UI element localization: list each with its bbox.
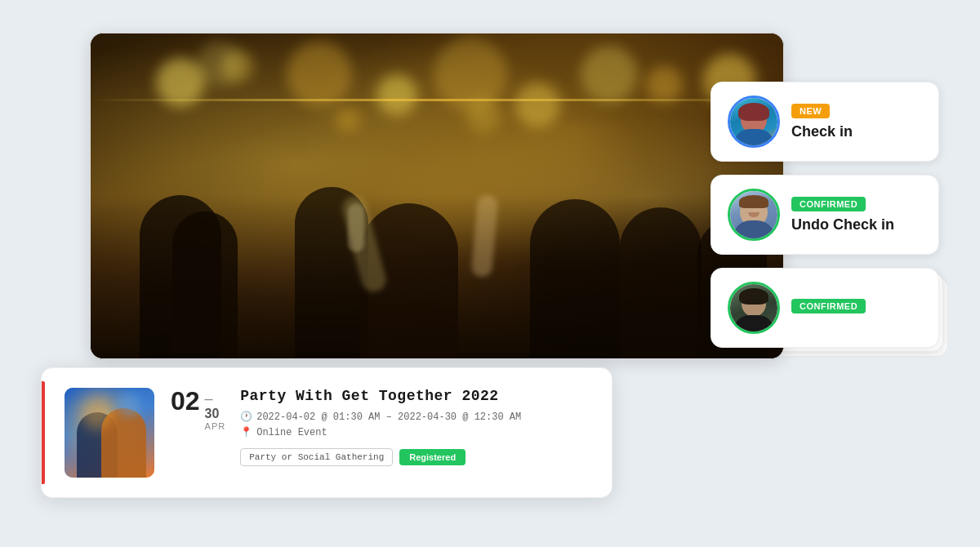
- avatar-1: [728, 96, 780, 148]
- category-tag: Party or Social Gathering: [240, 448, 393, 466]
- photo-background: [91, 33, 783, 358]
- avatar-3: [728, 282, 780, 334]
- clock-icon: 🕐: [240, 411, 252, 423]
- event-photo-card: [90, 33, 784, 359]
- avatar-container-2: [728, 189, 780, 241]
- badge-new: NEW: [791, 104, 830, 118]
- date-start: 02: [171, 388, 200, 414]
- badge-confirmed-1: CONFIRMED: [791, 197, 866, 211]
- event-info: Party With Get Together 2022 🕐 2022-04-0…: [240, 388, 589, 466]
- event-details-card: 02 – 30 APR Party With Get Together 2022…: [41, 367, 612, 498]
- event-title: Party With Get Together 2022: [240, 388, 589, 404]
- checkin-card-2[interactable]: CONFIRMED Undo Check in: [710, 175, 939, 255]
- event-thumbnail: [65, 388, 154, 478]
- date-separator: – 30 APR: [205, 388, 226, 431]
- checkin-panel: NEW Check in: [710, 82, 939, 348]
- date-end: 30: [205, 406, 220, 421]
- event-datetime: 🕐 2022-04-02 @ 01:30 AM – 2022-04-30 @ 1…: [240, 411, 589, 423]
- avatar-container-1: [728, 96, 780, 148]
- event-location: 📍 Online Event: [240, 426, 589, 438]
- location-icon: 📍: [240, 426, 252, 438]
- date-dash: –: [205, 391, 213, 406]
- checkin-info-2: CONFIRMED Undo Check in: [791, 196, 922, 233]
- registered-tag: Registered: [399, 449, 466, 465]
- checkin-card-1[interactable]: NEW Check in: [710, 82, 939, 162]
- checkin-card-3[interactable]: CONFIRMED: [710, 268, 939, 348]
- thumbnail-photo: [65, 388, 154, 478]
- checkin-info-3: CONFIRMED: [791, 298, 922, 318]
- main-container: 02 – 30 APR Party With Get Together 2022…: [41, 33, 939, 514]
- event-tags: Party or Social Gathering Registered: [240, 448, 589, 466]
- checkin-info-1: NEW Check in: [791, 103, 922, 140]
- checkin-action-2[interactable]: Undo Check in: [791, 216, 922, 233]
- date-month: APR: [205, 421, 226, 431]
- event-date: 02 – 30 APR: [171, 388, 225, 431]
- avatar-container-3: [728, 282, 780, 334]
- avatar-2: [728, 189, 780, 241]
- badge-confirmed-2: CONFIRMED: [791, 299, 866, 314]
- checkin-action-1[interactable]: Check in: [791, 123, 922, 140]
